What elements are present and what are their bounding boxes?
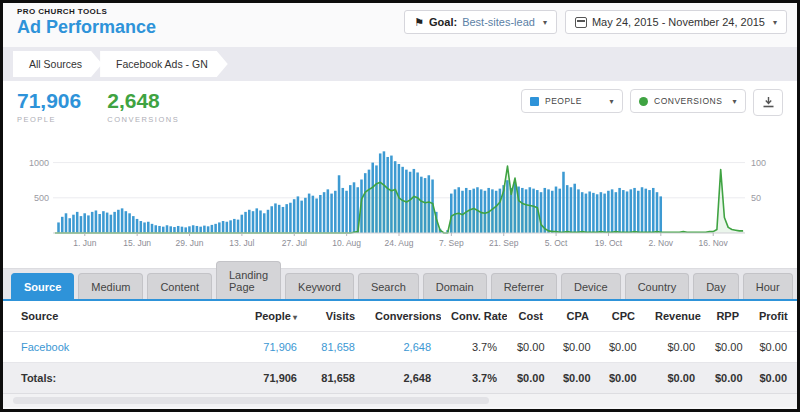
tab-referrer[interactable]: Referrer — [491, 273, 557, 299]
conversions-label: CONVERSIONS — [107, 115, 179, 124]
column-header-rpp[interactable]: RPP — [705, 301, 749, 332]
download-icon — [762, 96, 775, 109]
goal-label: Goal: — [429, 16, 457, 28]
tab-device[interactable]: Device — [561, 273, 621, 299]
table-body: Facebook71,90681,6582,6483.7%$0.00$0.00$… — [3, 332, 797, 394]
column-header-visits[interactable]: Visits — [307, 301, 365, 332]
blue-square-icon — [530, 97, 539, 106]
cell-link[interactable]: Facebook — [3, 332, 241, 363]
column-header-revenue[interactable]: Revenue — [645, 301, 705, 332]
svg-text:29. Jun: 29. Jun — [176, 238, 204, 248]
breadcrumb-item-1[interactable]: Facebook Ads - GN — [100, 51, 228, 77]
totals-cell: 71,906 — [241, 363, 307, 394]
cell: $0.00 — [749, 332, 797, 363]
table-row: Facebook71,90681,6582,6483.7%$0.00$0.00$… — [3, 332, 797, 363]
caret-down-icon: ▾ — [609, 97, 614, 106]
totals-cell: $0.00 — [705, 363, 749, 394]
goal-value: Best-sites-lead — [462, 16, 535, 28]
horizontal-scrollbar[interactable] — [13, 397, 489, 404]
column-header-people[interactable]: People▾ — [241, 301, 307, 332]
svg-text:19. Oct: 19. Oct — [595, 238, 623, 248]
column-header-source[interactable]: Source — [3, 301, 241, 332]
totals-cell: $0.00 — [599, 363, 645, 394]
cell: 3.7% — [441, 332, 507, 363]
report-table-wrap: SourcePeople▾VisitsConversionsConv. Rate… — [3, 301, 797, 393]
cell-link[interactable]: 2,648 — [365, 332, 441, 363]
green-dot-icon — [639, 97, 648, 106]
chart-panel: 71,906 PEOPLE 2,648 CONVERSIONS PEOPLE ▾… — [3, 81, 797, 269]
svg-text:2. Nov: 2. Nov — [649, 238, 674, 248]
cell: $0.00 — [705, 332, 749, 363]
people-series-label: PEOPLE — [545, 96, 582, 106]
cell-link[interactable]: 81,658 — [307, 332, 365, 363]
report-tabs: SourceMediumContentLanding PageKeywordSe… — [3, 269, 797, 301]
tab-day[interactable]: Day — [693, 273, 739, 299]
tab-content[interactable]: Content — [147, 273, 212, 299]
people-series-dropdown[interactable]: PEOPLE ▾ — [521, 89, 623, 113]
conversions-series-label: CONVERSIONS — [654, 96, 722, 106]
tab-domain[interactable]: Domain — [423, 273, 487, 299]
svg-text:5. Oct: 5. Oct — [545, 238, 568, 248]
table-header-row: SourcePeople▾VisitsConversionsConv. Rate… — [3, 301, 797, 332]
totals-row: Totals:71,90681,6582,6483.7%$0.00$0.00$0… — [3, 363, 797, 394]
svg-text:21. Sep: 21. Sep — [489, 238, 519, 248]
totals-cell: 81,658 — [307, 363, 365, 394]
tab-keyword[interactable]: Keyword — [285, 273, 354, 299]
cell: $0.00 — [645, 332, 705, 363]
totals-cell: 2,648 — [365, 363, 441, 394]
totals-cell: 3.7% — [441, 363, 507, 394]
export-button[interactable] — [753, 89, 783, 116]
top-header: PRO CHURCH TOOLS Ad Performance ⚑ Goal: … — [3, 3, 797, 47]
breadcrumb-item-0[interactable]: All Sources — [13, 51, 102, 77]
svg-text:7. Sep: 7. Sep — [439, 238, 464, 248]
performance-chart: 5005010001001. Jun15. Jun29. Jun13. Jul2… — [17, 137, 783, 259]
cell-link[interactable]: 71,906 — [241, 332, 307, 363]
calendar-icon — [575, 17, 587, 28]
tab-hour[interactable]: Hour — [743, 273, 793, 299]
column-header-cpc[interactable]: CPC — [599, 301, 645, 332]
goal-selector[interactable]: ⚑ Goal: Best-sites-lead ▾ — [404, 10, 557, 34]
totals-cell: $0.00 — [507, 363, 553, 394]
svg-text:15. Jun: 15. Jun — [123, 238, 151, 248]
tab-source[interactable]: Source — [11, 273, 74, 299]
date-range-selector[interactable]: May 24, 2015 - November 24, 2015 ▾ — [565, 10, 787, 34]
caret-down-icon: ▾ — [543, 18, 547, 27]
totals-cell: Totals: — [3, 363, 241, 394]
column-header-conversions[interactable]: Conversions — [365, 301, 441, 332]
metrics-row: 71,906 PEOPLE 2,648 CONVERSIONS PEOPLE ▾… — [17, 89, 783, 137]
conversions-metric: 2,648 CONVERSIONS — [107, 89, 179, 124]
flag-icon: ⚑ — [414, 17, 424, 28]
column-header-conv-rate[interactable]: Conv. Rate — [441, 301, 507, 332]
cell: $0.00 — [507, 332, 553, 363]
tab-country[interactable]: Country — [625, 273, 690, 299]
conversions-value: 2,648 — [107, 89, 179, 113]
app-window: PRO CHURCH TOOLS Ad Performance ⚑ Goal: … — [0, 0, 800, 412]
tab-search[interactable]: Search — [358, 273, 419, 299]
caret-down-icon: ▾ — [732, 97, 737, 106]
date-range-value: May 24, 2015 - November 24, 2015 — [592, 16, 765, 28]
svg-text:50: 50 — [751, 193, 761, 203]
column-header-cost[interactable]: Cost — [507, 301, 553, 332]
chart-legend: PEOPLE ▾ CONVERSIONS ▾ — [521, 89, 783, 116]
people-label: PEOPLE — [17, 115, 81, 124]
tab-medium[interactable]: Medium — [78, 273, 143, 299]
totals-cell: $0.00 — [645, 363, 705, 394]
column-header-cpa[interactable]: CPA — [553, 301, 599, 332]
svg-text:10. Aug: 10. Aug — [332, 238, 361, 248]
totals-cell: $0.00 — [749, 363, 797, 394]
report-table: SourcePeople▾VisitsConversionsConv. Rate… — [3, 301, 797, 393]
header-controls: ⚑ Goal: Best-sites-lead ▾ May 24, 2015 -… — [404, 10, 787, 34]
cell: $0.00 — [599, 332, 645, 363]
tab-landing-page[interactable]: Landing Page — [216, 261, 281, 299]
caret-down-icon: ▾ — [773, 18, 777, 27]
svg-text:27. Jul: 27. Jul — [282, 238, 307, 248]
svg-text:16. Nov: 16. Nov — [699, 238, 729, 248]
people-metric: 71,906 PEOPLE — [17, 89, 81, 124]
bottom-bar — [3, 393, 797, 407]
svg-text:1000: 1000 — [29, 158, 49, 168]
svg-text:13. Jul: 13. Jul — [229, 238, 254, 248]
people-value: 71,906 — [17, 89, 81, 113]
conversions-series-dropdown[interactable]: CONVERSIONS ▾ — [630, 89, 746, 113]
column-header-profit[interactable]: Profit — [749, 301, 797, 332]
totals-cell: $0.00 — [553, 363, 599, 394]
